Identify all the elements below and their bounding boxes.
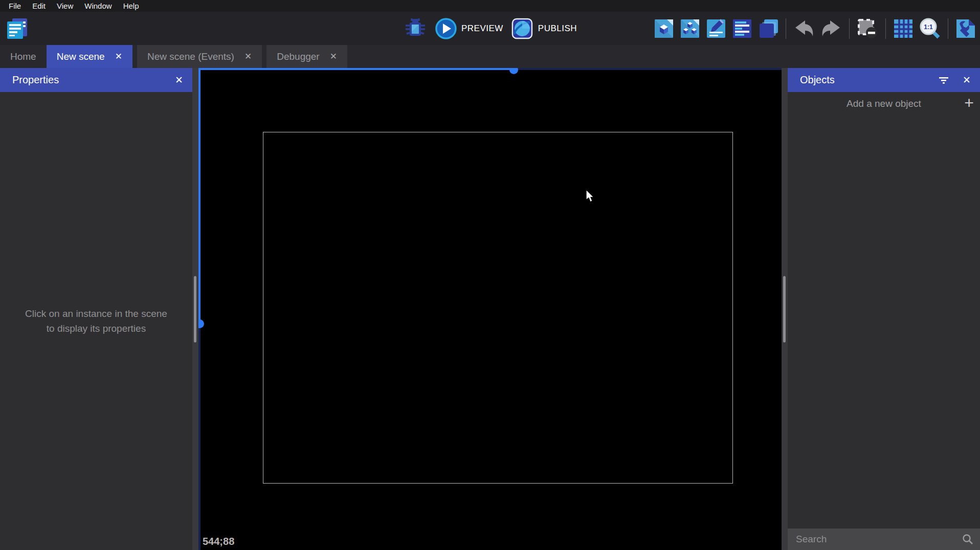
plus-icon[interactable]: + (964, 95, 974, 111)
undo-icon[interactable] (792, 17, 816, 40)
objects-panel-title: Objects (800, 74, 925, 86)
objects-editor-icon[interactable] (653, 17, 675, 40)
add-new-object-row[interactable]: Add a new object + (788, 92, 980, 116)
publish-globe-icon (510, 17, 534, 40)
toolbar-separator (885, 18, 886, 39)
splitter-handle[interactable] (783, 276, 786, 342)
layers-icon[interactable] (757, 17, 779, 40)
tab-label: Home (10, 51, 36, 62)
scene-window-frame (263, 132, 733, 484)
tab-home[interactable]: Home (0, 45, 47, 68)
properties-panel: Properties ✕ Click on an instance in the… (0, 68, 192, 550)
vertical-scrollbar-thumb[interactable] (198, 319, 204, 328)
menu-help[interactable]: Help (118, 2, 145, 10)
mouse-cursor-icon (585, 189, 597, 203)
properties-pencil-icon[interactable] (705, 17, 727, 40)
objects-search-bar (788, 529, 980, 550)
publish-button[interactable]: PUBLISH (510, 17, 577, 40)
preview-button[interactable]: PREVIEW (435, 17, 503, 40)
close-icon[interactable]: ✕ (963, 74, 971, 86)
vertical-scrollbar[interactable] (198, 68, 201, 550)
tab-label: Debugger (277, 51, 319, 62)
instances-list-icon[interactable] (731, 17, 753, 40)
close-icon[interactable]: ✕ (330, 51, 337, 62)
toolbar-separator (948, 18, 948, 39)
grid-icon[interactable] (892, 17, 915, 40)
deselect-icon[interactable] (856, 17, 879, 40)
setup-wrench-icon[interactable] (954, 17, 977, 40)
play-icon (435, 17, 457, 40)
toolbar-separator (849, 18, 850, 39)
tab-label: New scene (57, 51, 105, 62)
tab-bar: Home New scene ✕ New scene (Events) ✕ De… (0, 45, 980, 68)
objects-panel: Objects ✕ Add a new object + (788, 68, 980, 550)
horizontal-scrollbar[interactable] (198, 68, 782, 70)
menu-file[interactable]: File (3, 2, 27, 10)
horizontal-scrollbar-thumb[interactable] (509, 68, 518, 74)
properties-hint: Click on an instance in the scene to dis… (0, 92, 192, 550)
objects-panel-header: Objects ✕ (788, 68, 980, 92)
vertical-scrollbar-fill (198, 68, 201, 324)
menu-view[interactable]: View (51, 2, 79, 10)
filter-icon[interactable] (938, 76, 949, 85)
toolbar-separator (786, 18, 786, 39)
search-input[interactable] (796, 534, 962, 545)
close-icon[interactable]: ✕ (244, 51, 252, 62)
debug-icon[interactable] (403, 16, 428, 41)
properties-panel-title: Properties (12, 74, 162, 86)
menu-edit[interactable]: Edit (27, 2, 51, 10)
project-manager-icon[interactable] (5, 17, 29, 40)
tab-label: New scene (Events) (147, 51, 234, 62)
close-icon[interactable]: ✕ (115, 51, 122, 62)
tab-debugger[interactable]: Debugger ✕ (266, 45, 347, 68)
splitter-handle[interactable] (194, 276, 196, 342)
main-area: Properties ✕ Click on an instance in the… (0, 68, 980, 550)
scene-canvas[interactable]: 544;88 (198, 68, 782, 550)
publish-label: PUBLISH (538, 24, 577, 34)
object-groups-icon[interactable] (679, 17, 701, 40)
add-new-object-label: Add a new object (788, 98, 980, 109)
preview-label: PREVIEW (461, 24, 503, 34)
cursor-coordinates: 544;88 (203, 536, 234, 547)
menu-bar: File Edit View Window Help (0, 0, 980, 12)
tab-new-scene[interactable]: New scene ✕ (47, 45, 132, 68)
search-icon[interactable] (962, 533, 974, 545)
menu-window[interactable]: Window (79, 2, 117, 10)
close-icon[interactable]: ✕ (175, 74, 183, 86)
svg-text:1:1: 1:1 (924, 24, 933, 31)
objects-list[interactable] (788, 116, 980, 529)
right-panel-splitter[interactable] (782, 68, 788, 550)
zoom-1-1-icon[interactable]: 1:1 (918, 17, 942, 40)
main-toolbar: PREVIEW PUBLISH (0, 12, 980, 45)
horizontal-scrollbar-fill (198, 68, 514, 70)
redo-icon[interactable] (819, 17, 843, 40)
left-panel-splitter[interactable] (192, 68, 198, 550)
properties-panel-header: Properties ✕ (0, 68, 192, 92)
tab-new-scene-events[interactable]: New scene (Events) ✕ (137, 45, 262, 68)
